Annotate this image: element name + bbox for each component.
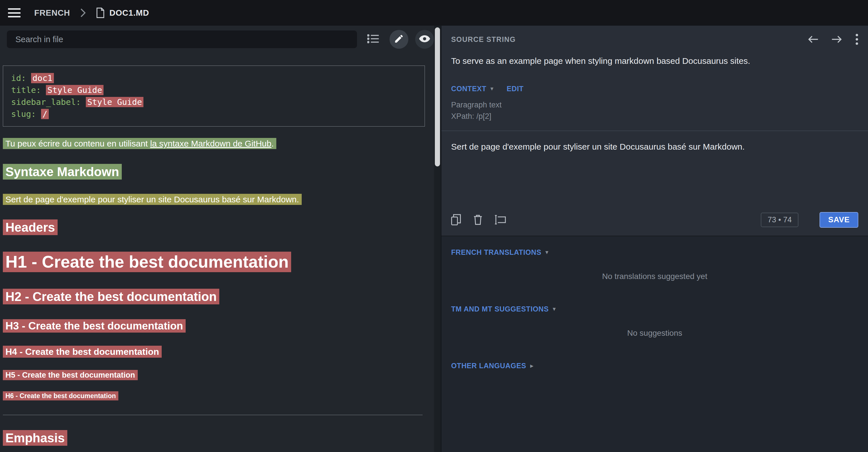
text-edit-tool-button[interactable] (494, 215, 506, 225)
suggestions-empty-text: No suggestions (441, 313, 868, 350)
doc-block-h1: H1 - Create the best documentation (3, 251, 424, 273)
file-icon (96, 7, 105, 19)
doc-block-h2: Syntaxe Markdown (3, 163, 424, 180)
doc-text-segment: Headers (5, 220, 55, 234)
trash-icon (473, 214, 483, 225)
doc-text-segment: Emphasis (5, 431, 65, 445)
chevron-right-icon: ▸ (530, 362, 533, 369)
doc-block-h2: Headers (3, 219, 424, 236)
frontmatter-value-string[interactable]: Style Guide (86, 97, 144, 107)
breadcrumb-project[interactable]: FRENCH (34, 8, 70, 18)
tm-mt-suggestions-label: TM AND MT SUGGESTIONS (451, 305, 549, 313)
frontmatter-value-string[interactable]: / (41, 109, 49, 119)
character-counter: 73 • 74 (761, 213, 799, 227)
document-preview: Tu peux écrire du contenu en utilisant l… (0, 138, 441, 452)
frontmatter-key: sidebar_label: (11, 97, 86, 107)
menu-button[interactable] (8, 8, 21, 18)
translatable-string[interactable]: Headers (3, 220, 58, 235)
file-preview-panel: id: doc1title: Style Guidesidebar_label:… (0, 26, 441, 452)
doc-text-segment: H4 - Create the best documentation (5, 347, 159, 357)
copy-icon (451, 214, 461, 225)
breadcrumb-file[interactable]: DOC1.MD (110, 8, 149, 18)
chevron-down-icon: ▾ (491, 85, 494, 92)
translatable-string[interactable]: H4 - Create the best documentation (3, 346, 162, 358)
translatable-string[interactable]: H3 - Create the best documentation (3, 319, 186, 332)
other-languages-label: OTHER LANGUAGES (451, 362, 526, 370)
doc-block-h2: H2 - Create the best documentation (3, 288, 424, 305)
doc-block-p: Tu peux écrire du contenu en utilisant l… (3, 138, 424, 150)
scrollbar-thumb[interactable] (435, 27, 440, 166)
arrow-left-icon (808, 35, 818, 44)
translatable-string[interactable]: H1 - Create the best documentation (3, 252, 291, 272)
eye-icon (418, 34, 431, 44)
doc-text-segment: Syntaxe Markdown (5, 165, 119, 179)
arrow-right-icon (832, 35, 842, 44)
search-input[interactable] (7, 31, 357, 48)
doc-horizontal-rule (3, 415, 423, 415)
tm-mt-suggestions-toggle[interactable]: TM AND MT SUGGESTIONS ▾ (451, 305, 556, 313)
suggestions-section: FRENCH TRANSLATIONS ▾ No translations su… (441, 236, 868, 452)
breadcrumb-chevron-icon (80, 8, 86, 18)
frontmatter-key: id: (11, 73, 31, 83)
context-label: CONTEXT (451, 85, 487, 93)
frontmatter-value-string[interactable]: Style Guide (46, 85, 103, 95)
doc-block-h5: H5 - Create the best documentation (3, 370, 424, 380)
kebab-menu-icon (856, 34, 858, 45)
translatable-string[interactable]: Tu peux écrire du contenu en utilisant l… (3, 138, 276, 149)
frontmatter-line: slug: / (11, 108, 416, 120)
doc-block-h6: H6 - Create the best documentation (3, 392, 424, 400)
next-string-button[interactable] (832, 35, 842, 44)
previous-string-button[interactable] (808, 35, 818, 44)
save-button[interactable]: SAVE (819, 212, 858, 228)
context-toggle[interactable]: CONTEXT ▾ (451, 85, 494, 93)
context-type-text: Paragraph text (451, 99, 858, 110)
translations-empty-text: No translations suggested yet (441, 257, 868, 293)
frontmatter-key: slug: (11, 109, 41, 119)
search-row (0, 26, 441, 53)
clear-translation-button[interactable] (473, 214, 483, 225)
context-xpath-text: XPath: /p[2] (451, 110, 858, 122)
source-string-label: SOURCE STRING (451, 35, 516, 43)
translation-input[interactable]: Sert de page d'exemple pour styliser un … (441, 131, 868, 207)
doc-text-segment: Sert de page d'exemple pour styliser un … (5, 195, 299, 204)
frontmatter-value-string[interactable]: doc1 (31, 73, 54, 83)
chevron-down-icon: ▾ (553, 305, 556, 312)
french-translations-label: FRENCH TRANSLATIONS (451, 248, 541, 257)
edit-mode-button[interactable] (390, 30, 408, 49)
doc-text-segment: la syntaxe Markdown de GitHub (150, 139, 272, 148)
copy-source-button[interactable] (451, 214, 461, 225)
translatable-string[interactable]: H2 - Create the best documentation (3, 289, 219, 304)
doc-text-segment: Tu peux écrire du contenu en utilisant (5, 139, 150, 148)
edit-context-button[interactable]: EDIT (507, 85, 524, 93)
doc-text-segment: H6 - Create the best documentation (5, 392, 116, 399)
doc-block-h2: Emphasis (3, 429, 424, 446)
doc-text-segment: H3 - Create the best documentation (5, 320, 183, 332)
pencil-icon (394, 34, 404, 45)
more-options-button[interactable] (856, 34, 858, 45)
chevron-down-icon: ▾ (545, 249, 548, 256)
translatable-string[interactable]: H6 - Create the best documentation (3, 391, 118, 400)
frontmatter-line: sidebar_label: Style Guide (11, 96, 416, 108)
translatable-string[interactable]: Emphasis (3, 430, 67, 446)
translatable-string[interactable]: Syntaxe Markdown (3, 164, 122, 180)
preview-mode-button[interactable] (415, 30, 434, 49)
list-icon (367, 34, 379, 45)
doc-text-segment: H2 - Create the best documentation (5, 290, 217, 303)
doc-block-h4: H4 - Create the best documentation (3, 346, 424, 358)
translation-panel: SOURCE STRING To serve as an example pag… (441, 26, 868, 452)
scrollbar (434, 26, 441, 452)
strings-list-button[interactable] (364, 30, 383, 49)
frontmatter-block: id: doc1title: Style Guidesidebar_label:… (3, 66, 425, 127)
translatable-string[interactable]: Sert de page d'exemple pour styliser un … (3, 194, 302, 205)
other-languages-toggle[interactable]: OTHER LANGUAGES ▸ (451, 362, 533, 370)
translatable-string[interactable]: H5 - Create the best documentation (3, 370, 138, 380)
source-string-section: SOURCE STRING To serve as an example pag… (441, 26, 868, 236)
doc-text-segment: . (272, 139, 274, 148)
text-cursor-box-icon (494, 215, 506, 225)
translation-toolbar: 73 • 74 SAVE (441, 207, 868, 236)
doc-text-segment: H5 - Create the best documentation (5, 371, 135, 379)
doc-block-p: Sert de page d'exemple pour styliser un … (3, 194, 424, 205)
doc-block-h3: H3 - Create the best documentation (3, 319, 424, 333)
frontmatter-line: title: Style Guide (11, 84, 416, 96)
french-translations-toggle[interactable]: FRENCH TRANSLATIONS ▾ (451, 248, 549, 257)
